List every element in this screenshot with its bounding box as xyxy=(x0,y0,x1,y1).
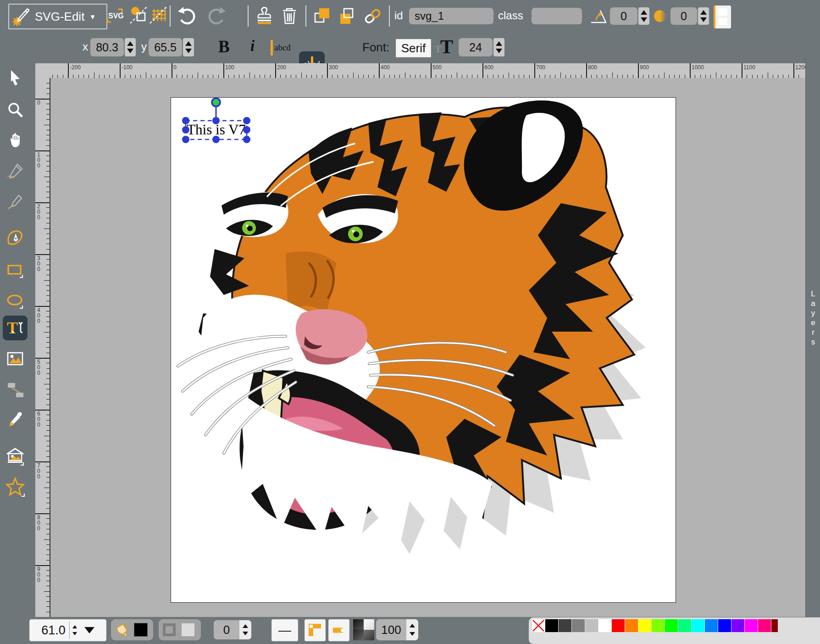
y-spinner[interactable] xyxy=(183,38,194,56)
v-ruler-label: 3 0 0 xyxy=(37,255,40,272)
angle-field[interactable]: 0 xyxy=(610,7,637,25)
angle-spinner[interactable] xyxy=(638,7,649,25)
zoom-value: 61.0 xyxy=(41,623,66,638)
layers-panel-tab[interactable]: L a y e r s xyxy=(805,57,820,618)
y-field[interactable]: 65.5 xyxy=(149,38,182,56)
stroke-width-spinner[interactable] xyxy=(239,620,251,639)
stroke-color-widget[interactable] xyxy=(159,619,201,640)
h-ruler-label: 800 xyxy=(588,64,597,71)
palette-swatch[interactable] xyxy=(665,619,678,632)
text-tool[interactable]: T xyxy=(5,318,25,338)
connector-tool[interactable] xyxy=(5,380,25,400)
x-field[interactable]: 80.3 xyxy=(90,38,124,56)
move-bottom-icon[interactable] xyxy=(337,6,357,26)
move-top-icon[interactable] xyxy=(312,6,332,26)
stroke-style-dropdown[interactable]: — xyxy=(271,619,298,641)
path-tool[interactable] xyxy=(5,228,25,248)
svg-source-icon[interactable]: SVG xyxy=(105,6,125,26)
linejoin-button[interactable] xyxy=(305,619,326,641)
opacity-spinner[interactable] xyxy=(406,619,418,640)
palette-swatch[interactable] xyxy=(692,619,704,632)
id-input[interactable] xyxy=(409,8,493,24)
palette-swatch[interactable] xyxy=(559,619,571,632)
star-tool[interactable] xyxy=(5,477,25,497)
palette-swatch[interactable] xyxy=(545,619,558,632)
pencil-tool[interactable] xyxy=(5,161,25,181)
zoom-spinner[interactable] xyxy=(69,622,80,639)
palette-swatch[interactable] xyxy=(718,619,731,632)
panel-icon[interactable] xyxy=(714,6,731,28)
font-family-button[interactable]: Serif xyxy=(396,39,431,57)
italic-button[interactable]: i xyxy=(250,38,255,55)
shapes-icon[interactable] xyxy=(128,5,149,25)
linecap-icon xyxy=(331,622,347,638)
palette-swatch[interactable] xyxy=(638,619,651,632)
image-tool[interactable] xyxy=(5,349,25,369)
grid-icon[interactable] xyxy=(149,5,169,25)
select-tool[interactable] xyxy=(5,68,25,88)
palette-swatch[interactable] xyxy=(572,619,585,632)
stroke-color-swatch[interactable] xyxy=(182,623,194,636)
palette-swatch[interactable] xyxy=(705,619,718,632)
v-ruler-label: 8 0 0 xyxy=(37,515,40,531)
zoom-tool[interactable] xyxy=(5,100,25,120)
ellipse-tool[interactable] xyxy=(5,291,25,311)
main-menu-button[interactable]: SVG-Edit ▼ xyxy=(8,4,107,29)
h-ruler-label: -100 xyxy=(122,64,133,71)
palette-swatch[interactable] xyxy=(771,619,778,632)
delete-icon[interactable] xyxy=(279,6,299,26)
blur-field[interactable]: 0 xyxy=(670,7,697,25)
palette-swatch[interactable] xyxy=(598,619,611,632)
font-size-spinner[interactable] xyxy=(493,38,504,56)
horizontal-ruler: -200-10001002003004005006007008009001000… xyxy=(50,63,805,78)
v-ruler-label: 4 0 0 xyxy=(37,307,40,324)
palette-swatch[interactable] xyxy=(758,619,771,632)
v-ruler-label: 6 0 0 xyxy=(37,411,40,427)
h-ruler-label: -200 xyxy=(70,64,81,71)
tiger-drawing xyxy=(171,98,676,602)
palette-swatch[interactable] xyxy=(585,619,598,632)
palette-swatch[interactable] xyxy=(612,619,625,632)
palette-swatch[interactable] xyxy=(745,619,758,632)
fill-color-widget[interactable] xyxy=(111,619,153,640)
rect-tool[interactable] xyxy=(5,261,25,281)
undo-icon[interactable] xyxy=(177,6,197,26)
clone-icon[interactable] xyxy=(254,6,274,26)
palette-swatch[interactable] xyxy=(731,619,744,632)
class-label: class xyxy=(498,9,523,22)
linecap-button[interactable] xyxy=(328,619,349,641)
h-ruler-label: 1100 xyxy=(743,64,755,71)
palette-swatch[interactable] xyxy=(625,619,638,632)
link-icon[interactable] xyxy=(363,6,383,26)
x-spinner[interactable] xyxy=(125,38,136,56)
h-ruler-label: 0 xyxy=(173,64,177,71)
h-ruler-label: 700 xyxy=(536,64,545,71)
h-ruler-label: 900 xyxy=(640,64,649,71)
y-label: y xyxy=(141,40,147,53)
canvas-text-element[interactable]: This is V7 xyxy=(185,122,248,138)
anchor-start-bar xyxy=(271,40,273,56)
class-input[interactable] xyxy=(532,8,582,24)
palette-swatch[interactable] xyxy=(652,619,665,632)
toolbar-separator xyxy=(305,6,306,27)
zoom-widget[interactable]: 61.0 xyxy=(29,619,106,641)
blur-spinner[interactable] xyxy=(698,7,709,25)
fill-color-swatch[interactable] xyxy=(134,623,148,637)
palette-swatch[interactable] xyxy=(678,619,691,632)
stroke-width-field[interactable]: 0 xyxy=(214,620,239,639)
paint-can-icon xyxy=(114,622,129,638)
svg-canvas[interactable]: This is V7 xyxy=(171,97,676,603)
eyedropper-tool[interactable] xyxy=(5,410,25,430)
bold-button[interactable]: B xyxy=(218,37,230,56)
text-anchor-start-button[interactable]: abcd xyxy=(271,39,820,56)
zoom-dropdown-caret[interactable] xyxy=(84,627,94,633)
font-size-field[interactable]: 24 xyxy=(459,38,493,56)
menu-caret-icon: ▼ xyxy=(89,13,96,21)
redo-icon[interactable] xyxy=(206,6,227,26)
palette-swatch-none[interactable] xyxy=(532,619,545,632)
library-tool[interactable] xyxy=(5,446,25,466)
line-tool[interactable] xyxy=(5,192,25,212)
opacity-field[interactable]: 100 xyxy=(376,619,406,640)
pan-tool[interactable] xyxy=(5,130,25,150)
vertical-ruler: 01 0 02 0 03 0 04 0 05 0 06 0 07 0 08 0 … xyxy=(35,78,50,617)
